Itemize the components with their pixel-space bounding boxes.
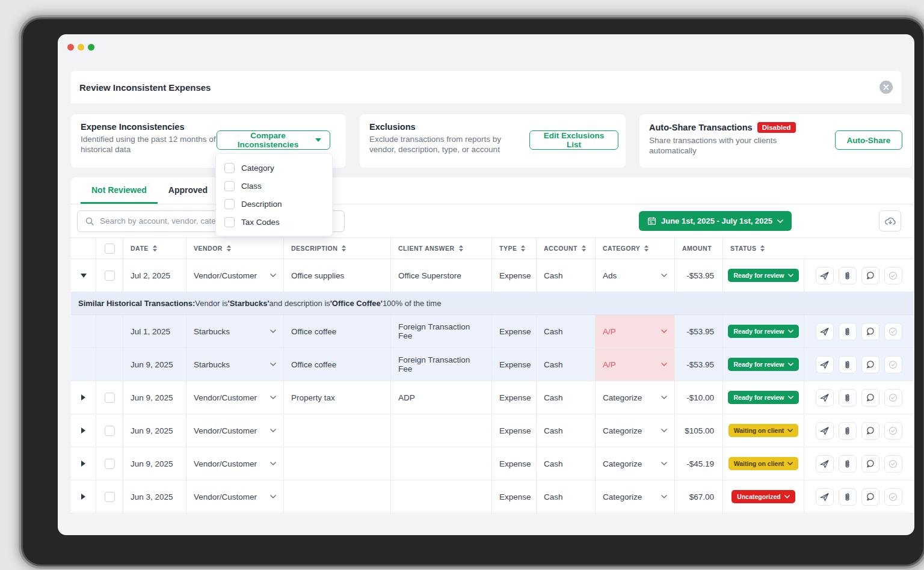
traffic-light-close[interactable] bbox=[67, 44, 74, 51]
row-checkbox[interactable] bbox=[105, 426, 115, 436]
send-button[interactable] bbox=[816, 356, 834, 373]
tabs: Not Reviewed Approved bbox=[71, 177, 913, 204]
column-header[interactable]: Date bbox=[123, 238, 186, 259]
tab-approved[interactable]: Approved bbox=[158, 177, 218, 204]
expand-arrow-icon[interactable] bbox=[81, 494, 85, 500]
vendor-select[interactable]: Starbucks bbox=[186, 315, 284, 348]
comment-button[interactable] bbox=[861, 422, 879, 440]
tab-not-reviewed[interactable]: Not Reviewed bbox=[81, 177, 158, 204]
paperclip-icon bbox=[842, 426, 852, 436]
attachment-button[interactable] bbox=[839, 389, 857, 406]
menu-item-checkbox[interactable] bbox=[224, 199, 235, 209]
traffic-light-zoom[interactable] bbox=[88, 44, 94, 51]
expand-cell[interactable] bbox=[71, 480, 96, 513]
approve-button[interactable] bbox=[884, 356, 902, 373]
expand-cell[interactable] bbox=[71, 414, 96, 447]
compare-menu-item[interactable]: Category bbox=[216, 159, 332, 177]
table-row: Jul 1, 2025 Starbucks Office coffee Fore… bbox=[71, 315, 913, 348]
expand-cell[interactable] bbox=[71, 315, 96, 348]
status-badge[interactable]: Ready for review bbox=[728, 269, 798, 282]
send-button[interactable] bbox=[816, 323, 834, 340]
expand-cell[interactable] bbox=[71, 447, 96, 480]
comment-button[interactable] bbox=[861, 488, 879, 506]
send-button[interactable] bbox=[816, 422, 834, 440]
column-header[interactable]: Description bbox=[284, 238, 391, 259]
category-select[interactable]: Ads bbox=[596, 259, 675, 292]
status-badge[interactable]: Ready for review bbox=[728, 358, 798, 371]
comment-button[interactable] bbox=[861, 267, 879, 284]
category-select[interactable]: Categorize bbox=[596, 414, 675, 447]
attachment-button[interactable] bbox=[839, 455, 857, 473]
attachment-button[interactable] bbox=[839, 488, 857, 506]
compare-inconsistencies-button[interactable]: Compare Inconsistencies bbox=[217, 130, 330, 150]
menu-item-checkbox[interactable] bbox=[224, 163, 235, 173]
auto-share-button[interactable]: Auto-Share bbox=[835, 130, 902, 150]
approve-button[interactable] bbox=[884, 323, 902, 340]
menu-item-checkbox[interactable] bbox=[224, 217, 235, 227]
approve-button[interactable] bbox=[884, 422, 902, 440]
status-badge[interactable]: Waiting on client bbox=[728, 457, 799, 470]
comment-button[interactable] bbox=[861, 389, 879, 406]
status-badge[interactable]: Ready for review bbox=[728, 325, 798, 338]
approve-button[interactable] bbox=[884, 389, 902, 406]
expand-arrow-icon[interactable] bbox=[81, 274, 87, 278]
column-header[interactable]: Status bbox=[723, 238, 804, 259]
vendor-select[interactable]: Vendor/Customer bbox=[186, 259, 284, 292]
expand-arrow-icon[interactable] bbox=[81, 394, 85, 400]
status-badge[interactable]: Uncategorized bbox=[732, 490, 795, 503]
attachment-button[interactable] bbox=[839, 422, 857, 440]
vendor-select[interactable]: Vendor/Customer bbox=[186, 381, 284, 414]
comment-button[interactable] bbox=[861, 323, 879, 340]
edit-exclusions-button[interactable]: Edit Exclusions List bbox=[529, 130, 618, 150]
expand-arrow-icon[interactable] bbox=[81, 461, 85, 467]
approve-button[interactable] bbox=[884, 455, 902, 473]
menu-item-checkbox[interactable] bbox=[224, 181, 235, 191]
attachment-button[interactable] bbox=[839, 323, 857, 340]
compare-menu-item[interactable]: Class bbox=[216, 177, 332, 195]
row-checkbox[interactable] bbox=[105, 393, 115, 403]
row-checkbox[interactable] bbox=[105, 271, 115, 281]
expand-arrow-icon[interactable] bbox=[81, 428, 85, 434]
expand-cell[interactable] bbox=[71, 348, 96, 381]
vendor-select[interactable]: Vendor/Customer bbox=[186, 414, 284, 447]
category-select[interactable]: A/P bbox=[596, 348, 675, 381]
expand-cell[interactable] bbox=[71, 259, 96, 292]
traffic-light-minimize[interactable] bbox=[78, 44, 84, 51]
caret-down-icon bbox=[315, 138, 321, 142]
column-header[interactable]: Category bbox=[596, 238, 675, 259]
approve-button[interactable] bbox=[884, 267, 902, 284]
date-range-button[interactable]: June 1st, 2025 - July 1st, 2025 bbox=[639, 211, 792, 231]
status-badge[interactable]: Ready for review bbox=[728, 391, 798, 404]
compare-menu-item[interactable]: Tax Codes bbox=[216, 213, 332, 231]
expand-cell[interactable] bbox=[71, 381, 96, 414]
compare-menu-item[interactable]: Description bbox=[216, 195, 332, 213]
send-button[interactable] bbox=[816, 455, 834, 473]
send-button[interactable] bbox=[816, 267, 834, 284]
category-select[interactable]: Categorize bbox=[596, 381, 675, 414]
vendor-select[interactable]: Vendor/Customer bbox=[186, 447, 284, 480]
send-button[interactable] bbox=[816, 488, 834, 506]
row-checkbox[interactable] bbox=[105, 459, 115, 469]
category-select[interactable]: Categorize bbox=[596, 447, 675, 480]
comment-button[interactable] bbox=[861, 356, 879, 373]
vendor-select[interactable]: Starbucks bbox=[186, 348, 284, 381]
category-select[interactable]: A/P bbox=[596, 315, 675, 348]
column-header[interactable]: Amount bbox=[675, 238, 723, 259]
column-header[interactable]: Account bbox=[537, 238, 596, 259]
export-button[interactable] bbox=[879, 210, 901, 231]
category-select[interactable]: Categorize bbox=[596, 480, 675, 513]
row-checkbox[interactable] bbox=[105, 492, 115, 502]
vendor-select[interactable]: Vendor/Customer bbox=[186, 480, 284, 513]
select-all-checkbox[interactable] bbox=[105, 244, 115, 254]
attachment-button[interactable] bbox=[839, 267, 857, 284]
comment-button[interactable] bbox=[861, 455, 879, 473]
attachment-button[interactable] bbox=[839, 356, 857, 373]
close-button[interactable] bbox=[879, 81, 893, 94]
column-header[interactable]: Client Answer bbox=[391, 238, 492, 259]
sort-icon bbox=[226, 245, 232, 252]
column-header[interactable]: Type bbox=[492, 238, 537, 259]
send-button[interactable] bbox=[816, 389, 834, 406]
column-header[interactable]: Vendor bbox=[186, 238, 284, 259]
status-badge[interactable]: Waiting on client bbox=[728, 424, 799, 437]
approve-button[interactable] bbox=[884, 488, 902, 506]
